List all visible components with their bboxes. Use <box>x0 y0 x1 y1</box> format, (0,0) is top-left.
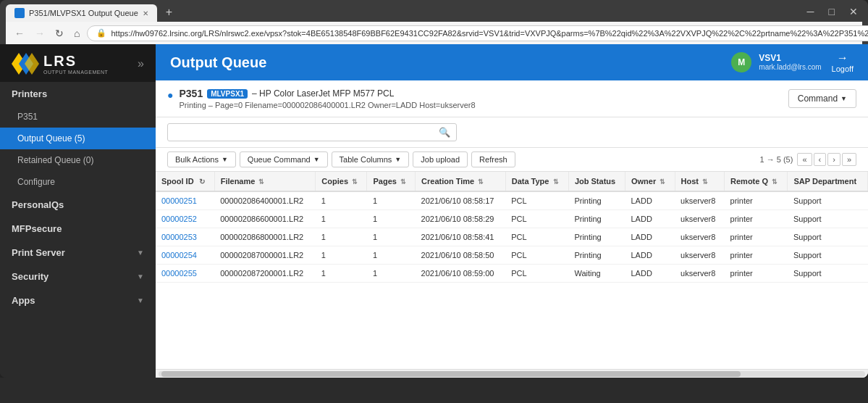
queue-command-button[interactable]: Queue Command ▼ <box>240 151 328 167</box>
filename-cell: 000002086600001.LR2 <box>214 210 316 228</box>
host-cell: ukserver8 <box>675 210 725 228</box>
spool-id-refresh-icon[interactable]: ↻ <box>199 178 205 186</box>
minimize-button[interactable]: ─ <box>803 4 819 19</box>
job-upload-button[interactable]: Job upload <box>413 151 468 167</box>
datatype-sort-icon: ⇅ <box>553 178 559 186</box>
forward-button[interactable]: → <box>32 26 48 41</box>
sidebar-item-output-queue[interactable]: Output Queue (5) <box>0 128 156 149</box>
spool-id-cell[interactable]: 00000255 <box>156 265 214 283</box>
job-status-cell: Waiting <box>568 265 625 283</box>
creation-time-cell: 2021/06/10 08:58:41 <box>416 228 506 246</box>
last-page-button[interactable]: » <box>842 153 856 166</box>
table-row: 00000251000002086400001.LR2112021/06/10 … <box>156 191 868 210</box>
sap-dept-cell: Support <box>788 228 868 246</box>
next-page-button[interactable]: › <box>827 153 840 166</box>
col-creation-time[interactable]: Creation Time ⇅ <box>416 172 506 191</box>
spool-id-cell[interactable]: 00000252 <box>156 210 214 228</box>
col-job-status[interactable]: Job Status <box>568 172 625 191</box>
data-type-cell: PCL <box>505 210 568 228</box>
user-vsv: VSV1 <box>759 53 821 63</box>
search-icon: 🔍 <box>439 127 450 138</box>
spool-id-cell[interactable]: 00000253 <box>156 228 214 246</box>
col-remote-q[interactable]: Remote Q ⇅ <box>725 172 788 191</box>
sidebar-item-mfpsecure[interactable]: MFPsecure <box>0 217 156 241</box>
remote-q-cell: printer <box>725 228 788 246</box>
table-wrap: Spool ID ↻ Filename ⇅ Copies ⇅ <box>156 172 868 369</box>
address-bar[interactable]: 🔒 https://hw09762.lrsinc.org/LRS/nlrswc2… <box>87 25 868 41</box>
owner-cell: LADD <box>625 246 675 265</box>
refresh-button[interactable]: Refresh <box>471 151 515 167</box>
bulk-actions-button[interactable]: Bulk Actions ▼ <box>167 151 236 167</box>
back-button[interactable]: ← <box>12 26 28 41</box>
apps-chevron-icon: ▼ <box>137 296 144 304</box>
job-status-cell: Printing <box>568 210 625 228</box>
command-chevron-icon: ▼ <box>840 95 847 102</box>
job-status-cell: Printing <box>568 228 625 246</box>
bulk-actions-chevron-icon: ▼ <box>222 156 228 163</box>
filename-cell: 000002086800001.LR2 <box>214 228 316 246</box>
printer-status: Printing – Page=0 Filename=0000020864000… <box>179 101 475 109</box>
sap-dept-cell: Support <box>788 246 868 265</box>
spool-id-cell[interactable]: 00000254 <box>156 246 214 265</box>
remote-q-cell: printer <box>725 191 788 210</box>
col-host[interactable]: Host ⇅ <box>675 172 725 191</box>
lock-icon: 🔒 <box>96 28 106 38</box>
logoff-button[interactable]: → Logoff <box>832 51 854 73</box>
sidebar-item-apps[interactable]: Apps ▼ <box>0 288 156 312</box>
col-filename[interactable]: Filename ⇅ <box>214 172 316 191</box>
copies-cell: 1 <box>316 191 367 210</box>
user-info: VSV1 mark.ladd@lrs.com <box>759 53 821 72</box>
table-columns-chevron-icon: ▼ <box>395 156 401 163</box>
col-data-type[interactable]: Data Type ⇅ <box>505 172 568 191</box>
tab-favicon <box>14 8 25 18</box>
table-row: 00000254000002087000001.LR2112021/06/10 … <box>156 246 868 265</box>
col-owner[interactable]: Owner ⇅ <box>625 172 675 191</box>
job-status-cell: Printing <box>568 191 625 210</box>
logoff-arrow-icon: → <box>837 51 848 65</box>
sap-dept-cell: Support <box>788 210 868 228</box>
data-type-cell: PCL <box>505 265 568 283</box>
pages-sort-icon: ⇅ <box>400 178 406 186</box>
sidebar-item-security[interactable]: Security ▼ <box>0 265 156 288</box>
table-row: 00000255000002087200001.LR2112021/06/10 … <box>156 265 868 283</box>
sidebar-item-retained-queue[interactable]: Retained Queue (0) <box>0 149 156 171</box>
sidebar-item-configure[interactable]: Configure <box>0 171 156 193</box>
table-row: 00000253000002086800001.LR2112021/06/10 … <box>156 228 868 246</box>
printer-badge: MLVPSX1 <box>207 89 248 99</box>
sidebar-logo: LRS OUTPUT MANAGEMENT » <box>0 44 156 82</box>
maximize-button[interactable]: □ <box>825 4 839 19</box>
remoteq-sort-icon: ⇅ <box>772 178 778 186</box>
user-avatar: M <box>731 52 751 72</box>
col-copies[interactable]: Copies ⇅ <box>316 172 367 191</box>
sidebar-item-printers[interactable]: Printers <box>0 82 156 106</box>
close-button[interactable]: ✕ <box>845 4 862 19</box>
col-pages[interactable]: Pages ⇅ <box>367 172 416 191</box>
url-text: https://hw09762.lrsinc.org/LRS/nlrswc2.e… <box>111 29 868 38</box>
command-button[interactable]: Command ▼ <box>788 89 856 108</box>
table-columns-button[interactable]: Table Columns ▼ <box>332 151 410 167</box>
tab-close-icon[interactable]: ✕ <box>143 9 148 17</box>
horizontal-scrollbar[interactable] <box>156 369 868 378</box>
col-spool-id[interactable]: Spool ID ↻ <box>156 172 214 191</box>
pages-cell: 1 <box>367 265 416 283</box>
toolbar-row: Bulk Actions ▼ Queue Command ▼ Table Col… <box>156 148 868 172</box>
sidebar-nav: Printers P351 Output Queue (5) Retained … <box>0 82 156 378</box>
spool-id-cell[interactable]: 00000251 <box>156 191 214 210</box>
printer-model: – HP Color LaserJet MFP M577 PCL <box>252 88 394 99</box>
home-button[interactable]: ⌂ <box>71 26 83 41</box>
sidebar-item-p351[interactable]: P351 <box>0 106 156 128</box>
refresh-button[interactable]: ↻ <box>52 26 67 41</box>
first-page-button[interactable]: « <box>797 153 812 166</box>
sidebar-collapse-icon[interactable]: » <box>138 57 144 70</box>
sidebar-item-personalqs[interactable]: PersonalQs <box>0 193 156 217</box>
search-input[interactable] <box>174 128 439 138</box>
host-cell: ukserver8 <box>675 246 725 265</box>
col-sap-dept[interactable]: SAP Department <box>788 172 868 191</box>
prev-page-button[interactable]: ‹ <box>814 153 827 166</box>
logo-sub-text: OUTPUT MANAGEMENT <box>43 70 108 75</box>
printer-radio-icon: ● <box>167 89 173 101</box>
new-tab-button[interactable]: + <box>160 4 178 20</box>
browser-tab[interactable]: P351/MLVPSX1 Output Queue ✕ <box>6 4 157 22</box>
sidebar-item-print-server[interactable]: Print Server ▼ <box>0 241 156 265</box>
table-row: 00000252000002086600001.LR2112021/06/10 … <box>156 210 868 228</box>
